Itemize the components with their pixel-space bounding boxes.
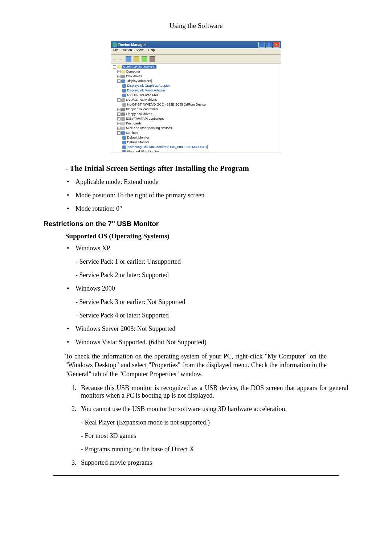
bullet-rotation: Mode rotation: 0° [65, 205, 348, 213]
maximize-icon: □ [266, 42, 272, 48]
heading-restrictions: Restrictions on the 7" USB Monitor [44, 220, 348, 228]
titlebar: Device Manager _ □ × [111, 41, 281, 48]
node-ide: +IDE ATA/ATAPI controllers [112, 116, 280, 121]
note-2-sub3: - Programs running on the base of Direct… [81, 446, 348, 453]
heading-initial-settings: - The Initial Screen Settings after Inst… [65, 164, 348, 173]
node-keyboards: +Keyboards [112, 121, 280, 126]
menu-help: Help [148, 48, 155, 52]
note-2: You cannot use the USB monitor for softw… [78, 405, 348, 453]
bullet-position: Mode position: To the right of the prima… [65, 192, 348, 199]
heading-supported-os: Supported OS (Operating Systems) [65, 232, 348, 240]
os-xp: Windows XP - Service Pack 1 or earlier: … [65, 245, 348, 279]
node-computer: +Computer [112, 69, 280, 74]
node-monitors: −Monitors [112, 131, 280, 135]
app-icon [113, 42, 117, 47]
window-title: Device Manager [118, 43, 146, 47]
device-tree: −WORKGROU-809APC +Computer +Disk drives … [111, 63, 281, 152]
node-disk: +Disk drives [112, 74, 280, 79]
node-display-adapters: −Display adapters [112, 79, 280, 83]
numbered-notes: Because this USB monitor is recognized a… [78, 384, 348, 467]
os-2000-sp3: - Service Pack 3 or earlier: Not Support… [75, 298, 348, 306]
back-icon: ← [113, 57, 117, 62]
tree-root: −WORKGROU-809APC [112, 65, 280, 69]
da-item-1: DisplayLink Mirror Adapter [112, 88, 280, 93]
toolbar-icon-1 [126, 56, 131, 62]
toolbar-icon-3 [142, 56, 147, 62]
close-icon: × [273, 42, 279, 48]
os-vista: Windows Vista: Supported. (64bit Not Sup… [65, 338, 348, 346]
os-list: Windows XP - Service Pack 1 or earlier: … [65, 245, 348, 346]
device-manager-screenshot: Device Manager _ □ × File Action View He… [111, 41, 281, 153]
mon-item-0: Default Monitor [112, 135, 280, 140]
note-2-sub2: - For most 3D games [81, 432, 348, 440]
os-2000-sp4: - Service Pack 4 or later: Supported [75, 312, 348, 319]
initial-settings-list: Applicable mode: Extend mode Mode positi… [65, 178, 348, 213]
node-floppy-drv: +Floppy disk drives [112, 112, 280, 116]
footer-rule [53, 475, 339, 476]
da-item-2: NVIDIA GeForce 6600 [112, 93, 280, 98]
dvd-item: HL-DT-ST RW/DVD GCC 4522B SCSI CdRom Dev… [112, 102, 280, 107]
mon-item-1: Default Monitor [112, 140, 280, 145]
menu-view: View [136, 48, 143, 52]
note-3: Supported movie programs [78, 459, 348, 467]
toolbar-icon-2 [134, 56, 139, 62]
page-header: Using the Software [44, 22, 348, 30]
mon-item-3: Plug and Play Monitor [112, 149, 280, 152]
os-xp-sp1: - Service Pack 1 or earlier: Unsupported [75, 258, 348, 266]
os-xp-sp2: - Service Pack 2 or later: Supported [75, 271, 348, 279]
da-item-0: DisplayLink Graphics Adapter [112, 83, 280, 88]
note-2-sub1: - Real Player (Expansion mode is not sup… [81, 419, 348, 426]
fwd-icon: → [119, 57, 123, 62]
menu-file: File [113, 48, 119, 52]
node-mice: +Mice and other pointing devices [112, 126, 280, 131]
bullet-mode: Applicable mode: Extend mode [65, 178, 348, 186]
toolbar-icon-4 [150, 56, 155, 62]
menu-action: Action [123, 48, 132, 52]
mon-item-2: Samsung UbiSync Monitor (USB_B0000HLJM30… [112, 145, 280, 149]
node-dvd: −DVD/CD-ROM drives [112, 98, 280, 102]
menubar: File Action View Help [111, 48, 281, 55]
toolbar: ← → [111, 55, 281, 63]
note-1: Because this USB monitor is recognized a… [78, 384, 348, 399]
node-floppy-ctrl: +Floppy disk controllers [112, 107, 280, 112]
check-os-paragraph: To check the information on the operatin… [65, 352, 327, 378]
os-server2003: Windows Server 2003: Not Supported [65, 325, 348, 333]
os-2000: Windows 2000 - Service Pack 3 or earlier… [65, 285, 348, 319]
minimize-icon: _ [258, 42, 265, 48]
